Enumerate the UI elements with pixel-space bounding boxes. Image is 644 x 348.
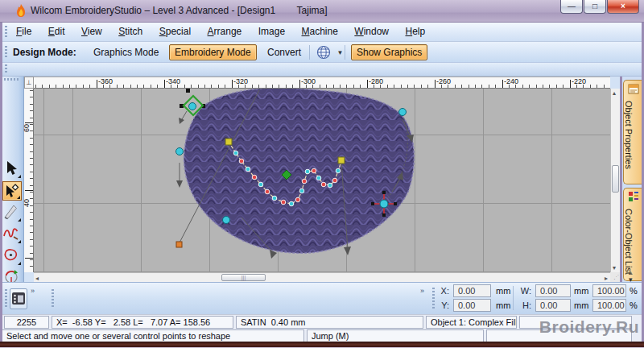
- resize-grip[interactable]: ⋰: [610, 272, 620, 282]
- flyout-arrow-icon: [18, 175, 21, 178]
- convert-button[interactable]: Convert: [262, 45, 306, 60]
- window-title: Wilcom EmbroideryStudio – Level 3 Advanc…: [31, 5, 328, 16]
- object-properties-icon: [628, 83, 640, 95]
- scroll-left-icon[interactable]: ◂: [35, 275, 39, 282]
- horizontal-scroll-thumb[interactable]: |||: [221, 274, 266, 281]
- toolbar-grip[interactable]: [52, 289, 54, 309]
- embroidery-design-svg: [34, 89, 610, 272]
- y-label: Y:: [435, 300, 449, 310]
- y-unit: mm: [496, 300, 510, 310]
- separator: [513, 286, 514, 310]
- selected-object-info: Object 1: Complex Fill: [426, 316, 517, 329]
- select-object-tool[interactable]: [2, 160, 22, 179]
- menu-edit[interactable]: Edit: [42, 23, 72, 37]
- menu-stitch[interactable]: Stitch: [112, 23, 149, 37]
- flyout-arrow-icon: [17, 196, 20, 199]
- minimize-button[interactable]: —: [560, 0, 583, 14]
- ruler-label: -340: [166, 77, 180, 85]
- separator: [345, 45, 345, 60]
- embroidery-mode-button[interactable]: Embroidery Mode: [169, 44, 257, 60]
- show-graphics-button[interactable]: Show Graphics: [351, 44, 427, 60]
- stitch-player-button[interactable]: [10, 288, 27, 309]
- toolbar-grip[interactable]: [4, 78, 19, 81]
- tab-label: Color-Object List: [624, 209, 634, 275]
- horizontal-ruler: -360 -340 -320 -300 -280 -260 -240 -220: [34, 77, 610, 89]
- w-input[interactable]: 0.00: [535, 284, 571, 297]
- vertical-scroll-thumb[interactable]: [612, 165, 619, 193]
- scale-y-input[interactable]: 100.00: [592, 299, 626, 312]
- toolbar-overflow-icon[interactable]: »: [31, 287, 35, 295]
- x-input[interactable]: 0.00: [453, 284, 491, 297]
- restore-button[interactable]: □: [584, 0, 606, 14]
- ruler-label: -220: [572, 77, 586, 85]
- ruler-label: -240: [504, 77, 518, 85]
- menu-file[interactable]: File: [10, 23, 38, 37]
- graphics-mode-button[interactable]: Graphics Mode: [89, 45, 163, 60]
- film-icon: [10, 289, 27, 309]
- stitch-count: 2255: [4, 316, 49, 329]
- close-button[interactable]: ×: [607, 0, 639, 14]
- pointer-coordinates: X= -6.58 Y= 2.58 L= 7.07 A= 158.56: [52, 316, 233, 329]
- ruler-origin-box[interactable]: ⊥: [24, 77, 34, 89]
- h-input[interactable]: 0.00: [535, 299, 571, 312]
- flyout-arrow-icon: [18, 262, 21, 265]
- globe-icon: [316, 44, 333, 60]
- reshape-object-tool[interactable]: [2, 181, 22, 201]
- menu-help[interactable]: Help: [398, 23, 431, 37]
- design-canvas[interactable]: [34, 89, 610, 272]
- closed-object-tool[interactable]: [2, 246, 22, 266]
- menu-image[interactable]: Image: [252, 23, 291, 37]
- ruler-label: -320: [233, 77, 248, 85]
- design-mode-label: Design Mode:: [13, 47, 76, 58]
- toolbox: 1 1 ⁞ ▸: [0, 77, 24, 282]
- w-unit: mm: [574, 286, 588, 296]
- flyout-arrow-icon: [18, 240, 21, 243]
- dropdown-arrow-icon: ▼: [336, 49, 343, 56]
- w-label: W:: [517, 286, 531, 296]
- knife-tool[interactable]: [2, 203, 22, 222]
- vertical-ruler: 60 40: [24, 89, 34, 272]
- tab-object-properties[interactable]: Object Properties: [623, 80, 643, 184]
- h-label: H:: [517, 300, 531, 310]
- x-unit: mm: [496, 286, 510, 296]
- menu-view[interactable]: View: [75, 23, 109, 37]
- scroll-down-icon[interactable]: ▾: [613, 264, 616, 271]
- ruler-label: 40: [23, 199, 31, 207]
- tab-label: Object Properties: [624, 101, 634, 169]
- toolbar-grip[interactable]: [5, 64, 7, 74]
- separator: [309, 45, 310, 60]
- toolbar-grip[interactable]: [5, 46, 7, 59]
- toolbar-grip[interactable]: [5, 26, 7, 39]
- flyout-arrow-icon: [18, 218, 21, 222]
- vertical-scrollbar[interactable]: ▴ ▾: [610, 89, 620, 272]
- ruler-label: -280: [369, 77, 383, 85]
- horizontal-scrollbar[interactable]: ◂ ||| ▸: [34, 272, 610, 282]
- bottom-toolbar: » Colorway 1 ▼ ▼ » X: 0.00 mm W: 0.00 mm…: [0, 282, 644, 314]
- scroll-up-icon[interactable]: ▴: [613, 89, 616, 97]
- menu-machine[interactable]: Machine: [295, 23, 345, 37]
- color-object-list-icon: [628, 191, 640, 203]
- h-unit: mm: [574, 300, 588, 310]
- design-mode-toolbar: Design Mode: Graphics Mode Embroidery Mo…: [0, 42, 644, 63]
- menu-special[interactable]: Special: [153, 23, 197, 37]
- title-bar[interactable]: Wilcom EmbroideryStudio – Level 3 Advanc…: [0, 0, 644, 23]
- scale-x-input[interactable]: 100.00: [592, 284, 626, 297]
- scroll-right-icon[interactable]: ▸: [605, 275, 608, 282]
- window-bottom-edge: [0, 342, 644, 348]
- menu-window[interactable]: Window: [348, 23, 395, 37]
- stitch-toolbar: 3D: [0, 63, 644, 77]
- y-input[interactable]: 0.00: [453, 299, 491, 312]
- embroidery-object[interactable]: [184, 89, 414, 253]
- status-hint: Select and move one or several control p…: [2, 329, 304, 342]
- toolbar-overflow-icon[interactable]: »: [420, 287, 424, 295]
- app-flame-icon: [15, 4, 27, 18]
- freehand-embroidery-tool[interactable]: [2, 225, 22, 244]
- entry-point-node[interactable]: [176, 242, 182, 247]
- site-watermark: Broidery.Ru: [523, 317, 639, 337]
- ruler-label: -260: [436, 77, 451, 85]
- toolbar-grip[interactable]: [5, 289, 7, 309]
- hoop-globe-button[interactable]: ▼: [316, 44, 343, 64]
- menu-arrange[interactable]: Arrange: [201, 23, 249, 37]
- tab-color-object-list[interactable]: Color-Object List: [623, 188, 643, 281]
- scale-y-unit: %: [630, 300, 638, 310]
